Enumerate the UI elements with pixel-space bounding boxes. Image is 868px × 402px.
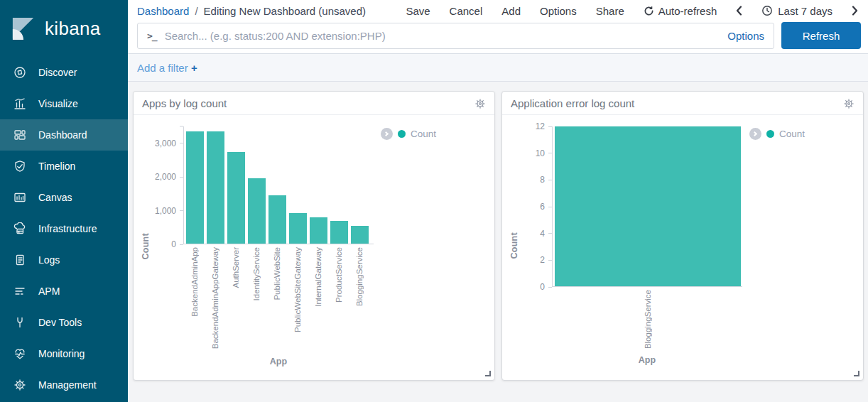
add-button[interactable]: Add <box>501 5 521 17</box>
legend-series-dot[interactable] <box>766 130 774 138</box>
refresh-cycle-icon <box>644 6 654 16</box>
sidebar-item-monitoring[interactable]: Monitoring <box>0 338 128 369</box>
bar[interactable] <box>248 178 266 244</box>
bar-chart: Count 024681012 BloggingService App Coun… <box>502 126 863 365</box>
search-input[interactable] <box>165 30 728 42</box>
sidebar-item-management[interactable]: Management <box>0 369 128 401</box>
legend-series-dot[interactable] <box>398 130 406 138</box>
x-axis-label: IdentityService <box>252 247 261 300</box>
sidebar-item-canvas[interactable]: Canvas <box>0 182 128 213</box>
add-filter-link[interactable]: Add a filter + <box>137 62 197 74</box>
plot-area <box>183 126 374 244</box>
cancel-button[interactable]: Cancel <box>450 5 483 17</box>
dashboard-grid-icon <box>13 129 26 141</box>
sidebar-item-visualize[interactable]: Visualize <box>0 88 128 119</box>
y-axis-tick: 12 <box>536 121 552 131</box>
legend: Count <box>749 128 805 140</box>
search-box: >_ Options <box>137 23 774 49</box>
canvas-frame-icon <box>13 191 26 204</box>
bar[interactable] <box>207 131 224 244</box>
bar[interactable] <box>351 226 369 244</box>
y-axis-tick: 1,000 <box>155 206 183 216</box>
breadcrumb-separator: / <box>195 5 197 17</box>
x-axis-labels: BackendAdminAppBackendAdminAppGatewayAut… <box>183 247 374 352</box>
search-options-link[interactable]: Options <box>727 30 764 42</box>
save-button[interactable]: Save <box>406 5 430 17</box>
sidebar-item-infrastructure[interactable]: Infrastructure <box>0 213 128 244</box>
bar[interactable] <box>268 195 286 244</box>
gear-icon[interactable] <box>474 98 486 109</box>
kibana-logo[interactable]: kibana <box>0 0 128 57</box>
legend: Count <box>381 128 436 140</box>
panel-application-error-log-count: Application error log count Count 024681… <box>501 91 864 381</box>
y-axis-tick: 4 <box>540 229 552 239</box>
legend-toggle-icon[interactable] <box>749 128 761 140</box>
legend-series-label[interactable]: Count <box>779 129 805 139</box>
time-picker[interactable]: Last 7 days <box>761 5 832 17</box>
resize-handle[interactable] <box>854 371 859 376</box>
y-axis: 01,0002,0003,000 <box>152 126 183 244</box>
y-axis-tick: 2 <box>540 255 552 265</box>
x-axis-label: BloggingService <box>644 290 652 349</box>
plus-icon: + <box>191 62 197 74</box>
bar[interactable] <box>227 152 245 244</box>
breadcrumb-dashboard-link[interactable]: Dashboard <box>137 5 189 17</box>
options-button[interactable]: Options <box>540 5 577 17</box>
sidebar-item-dashboard[interactable]: Dashboard <box>0 119 128 151</box>
bar[interactable] <box>186 131 204 244</box>
x-axis-label: AuthServer <box>232 247 240 288</box>
x-axis-label: ProductService <box>335 247 343 303</box>
plot-area <box>552 126 742 287</box>
x-axis-label: BackendAdminApp <box>190 247 199 317</box>
auto-refresh-button[interactable]: Auto-refresh <box>644 5 717 17</box>
chevron-right-icon <box>852 6 858 16</box>
terminal-prompt-icon: >_ <box>147 31 157 41</box>
y-axis-title: Count <box>139 126 152 366</box>
time-back-button[interactable] <box>736 6 742 16</box>
sidebar-item-discover[interactable]: Discover <box>0 57 128 88</box>
x-axis-label: PublicWebSite <box>273 247 281 300</box>
bar[interactable] <box>555 126 741 286</box>
top-header: Dashboard / Editing New Dashboard (unsav… <box>128 0 868 54</box>
resize-handle[interactable] <box>485 371 491 376</box>
y-axis-title: Count <box>508 126 521 365</box>
refresh-button[interactable]: Refresh <box>781 22 861 49</box>
cloud-server-icon <box>13 222 26 235</box>
y-axis-tick: 10 <box>536 148 552 158</box>
bar[interactable] <box>330 221 348 244</box>
bar[interactable] <box>310 217 327 244</box>
sidebar-item-timelion[interactable]: Timelion <box>0 151 128 182</box>
bar[interactable] <box>289 213 307 244</box>
x-axis-title: App <box>552 355 742 365</box>
wrench-icon <box>13 316 26 329</box>
scroll-icon <box>13 254 26 266</box>
panel-title: Application error log count <box>511 97 634 109</box>
x-axis-labels: BloggingService <box>552 290 742 351</box>
gear-icon <box>13 379 26 391</box>
sidebar-item-dev-tools[interactable]: Dev Tools <box>0 307 128 338</box>
y-axis-tick: 0 <box>171 239 183 249</box>
y-axis-tick <box>176 126 183 127</box>
y-axis-tick: 6 <box>540 202 552 212</box>
panel-title: Apps by log count <box>142 97 227 109</box>
y-axis-tick: 0 <box>540 282 552 292</box>
share-button[interactable]: Share <box>596 5 624 17</box>
x-axis-label: PublicWebSiteGateway <box>293 247 302 332</box>
gear-icon[interactable] <box>843 98 855 109</box>
time-forward-button[interactable] <box>852 6 858 16</box>
breadcrumb: Dashboard / Editing New Dashboard (unsav… <box>137 5 366 17</box>
shield-chart-icon <box>13 160 26 173</box>
panel-apps-by-log-count: Apps by log count Count 01,0002,0003,000… <box>133 91 495 381</box>
sidebar-item-apm[interactable]: APM <box>0 276 128 307</box>
legend-toggle-icon[interactable] <box>381 128 393 140</box>
y-axis-tick: 3,000 <box>155 138 183 148</box>
y-axis: 024681012 <box>521 126 552 287</box>
compass-icon <box>13 66 26 79</box>
y-axis-tick: 2,000 <box>155 172 183 182</box>
lines-icon <box>13 285 26 298</box>
sidebar-item-logs[interactable]: Logs <box>0 244 128 276</box>
filter-bar: Add a filter + <box>128 54 868 82</box>
legend-series-label[interactable]: Count <box>411 129 436 139</box>
y-axis-tick: 8 <box>540 175 552 185</box>
bar-chart: Count 01,0002,0003,000 BackendAdminAppBa… <box>134 126 494 366</box>
